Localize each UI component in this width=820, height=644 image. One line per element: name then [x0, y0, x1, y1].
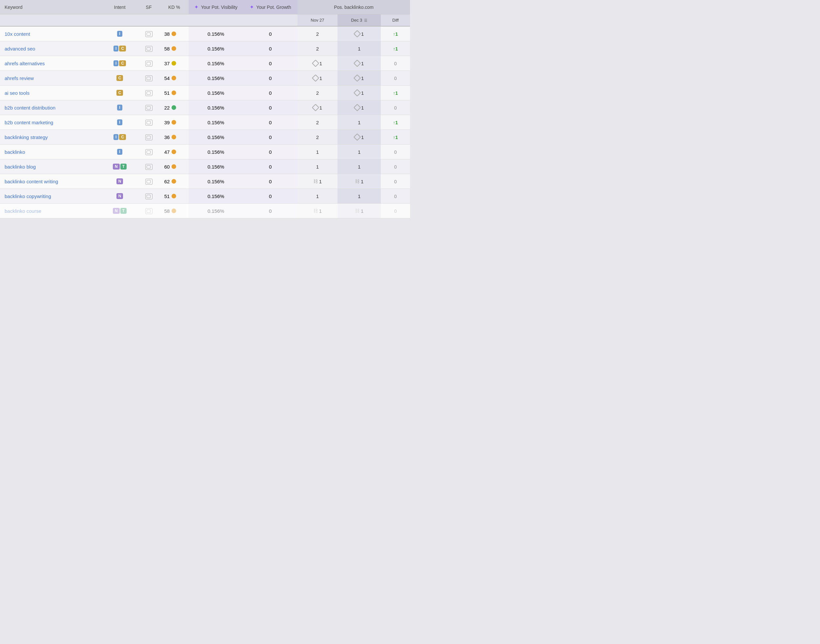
table-row: backlinko copywritingN 51 0.156%0 1 1 0 — [0, 189, 410, 204]
intent-badge: I — [114, 60, 118, 66]
dec3-cell: ⛓ 1 — [338, 174, 381, 189]
keywords-table: Keyword Intent SF KD % ✦ Your Pot. Visib… — [0, 0, 410, 218]
table-row: backlinko content writingN 62 0.156%0 ⛓ … — [0, 174, 410, 189]
visibility-cell: 0.156% — [189, 204, 243, 218]
keyword-link[interactable]: ahrefs review — [5, 75, 34, 81]
nov27-cell: 1 — [298, 159, 338, 174]
pos-cell: 1 — [342, 105, 376, 110]
nov27-cell: ⛓ 1 — [298, 174, 338, 189]
kd-value-cell: 22 — [164, 105, 184, 110]
table-row: advanced seoIC 58 0.156%0 2 1 ↑1 — [0, 41, 410, 56]
dec3-cell: 1 — [338, 71, 381, 86]
keyword-link[interactable]: b2b content distribution — [5, 105, 55, 110]
col-header-growth: ✦ Your Pot. Growth — [243, 0, 298, 14]
intent-cell: N — [102, 189, 138, 204]
pos-value: 1 — [319, 179, 322, 184]
kd-cell: 47 — [160, 145, 189, 159]
sf-icon — [145, 61, 152, 67]
kd-number: 39 — [164, 120, 170, 125]
pos-value: 1 — [319, 208, 322, 214]
diff-value: 0 — [394, 164, 397, 170]
intent-badge: N — [113, 164, 120, 170]
growth-cell: 0 — [243, 204, 298, 218]
growth-cell: 0 — [243, 145, 298, 159]
intent-badge: C — [117, 90, 123, 96]
diamond-icon — [312, 74, 319, 82]
keyword-link[interactable]: ahrefs alternatives — [5, 61, 45, 66]
intent-cell: I — [102, 145, 138, 159]
sf-cell — [138, 71, 160, 86]
intent-cell: I — [102, 26, 138, 41]
keyword-link[interactable]: advanced seo — [5, 46, 35, 52]
pos-value: 1 — [358, 46, 361, 52]
diff-value: 0 — [394, 76, 397, 81]
keyword-cell: backlinko copywriting — [0, 189, 102, 204]
keyword-link[interactable]: backlinko content writing — [5, 179, 58, 184]
keyword-link[interactable]: backlinking strategy — [5, 135, 48, 140]
kd-value-cell: 51 — [164, 90, 184, 96]
kd-dot — [172, 61, 176, 66]
col-header-visibility: ✦ Your Pot. Visibility — [189, 0, 243, 14]
sort-icon[interactable]: ☰ — [364, 18, 367, 22]
visibility-cell: 0.156% — [189, 174, 243, 189]
keyword-link[interactable]: backlinko course — [5, 208, 41, 214]
pos-value: 1 — [361, 179, 364, 184]
keyword-link[interactable]: backlinko — [5, 149, 25, 155]
main-table-wrapper: Keyword Intent SF KD % ✦ Your Pot. Visib… — [0, 0, 410, 218]
table-row: ahrefs reviewC 54 0.156%0 1 1 0 — [0, 71, 410, 86]
dec3-cell: 1 — [338, 159, 381, 174]
kd-number: 58 — [164, 208, 170, 214]
kd-cell: 51 — [160, 86, 189, 100]
intent-badge: T — [120, 164, 127, 170]
diff-cell: 0 — [381, 174, 410, 189]
visibility-cell: 0.156% — [189, 26, 243, 41]
visibility-cell: 0.156% — [189, 86, 243, 100]
diff-value: 0 — [394, 194, 397, 199]
pos-cell: 1 — [342, 46, 376, 52]
kd-cell: 58 — [160, 204, 189, 218]
keyword-link[interactable]: backlinko blog — [5, 164, 36, 170]
pos-cell: 2 — [302, 135, 333, 140]
col-header-pos-group: Pos. backlinko.com — [298, 0, 410, 14]
kd-number: 60 — [164, 164, 170, 170]
header2-visibility — [189, 14, 243, 26]
keyword-cell: ahrefs alternatives — [0, 56, 102, 71]
keyword-cell: 10x content — [0, 26, 102, 41]
growth-cell: 0 — [243, 130, 298, 145]
sf-icon — [145, 90, 152, 96]
intent-badge: T — [120, 208, 127, 214]
diamond-icon — [312, 104, 319, 112]
sf-cell — [138, 174, 160, 189]
kd-cell: 36 — [160, 130, 189, 145]
kd-dot — [172, 31, 176, 36]
pos-cell: 1 — [342, 120, 376, 125]
visibility-cell: 0.156% — [189, 159, 243, 174]
header2-intent — [102, 14, 138, 26]
pos-cell: 1 — [342, 149, 376, 155]
pos-cell: ⛓ 1 — [302, 208, 333, 214]
keyword-link[interactable]: b2b content marketing — [5, 120, 53, 125]
kd-cell: 22 — [160, 100, 189, 115]
dec3-cell: 1 — [338, 41, 381, 56]
keyword-link[interactable]: backlinko copywriting — [5, 193, 51, 199]
kd-dot — [172, 209, 176, 213]
pos-value: 1 — [361, 135, 364, 140]
diff-value: 0 — [394, 179, 397, 184]
header-row-1: Keyword Intent SF KD % ✦ Your Pot. Visib… — [0, 0, 410, 14]
link-chain-icon: ⛓ — [313, 179, 318, 184]
pos-cell: 1 — [342, 31, 376, 37]
keyword-link[interactable]: 10x content — [5, 31, 30, 37]
intent-badge: I — [117, 31, 122, 37]
pos-cell: 1 — [342, 164, 376, 170]
kd-value-cell: 37 — [164, 61, 184, 66]
diamond-icon — [312, 60, 319, 67]
sf-icon — [145, 120, 152, 126]
keyword-cell: backlinko course — [0, 204, 102, 218]
kd-cell: 39 — [160, 115, 189, 130]
growth-cell: 0 — [243, 71, 298, 86]
pos-value: 2 — [316, 135, 319, 140]
sf-cell — [138, 86, 160, 100]
pos-value: 1 — [316, 149, 319, 155]
dec3-cell: 1 — [338, 100, 381, 115]
keyword-link[interactable]: ai seo tools — [5, 90, 29, 96]
